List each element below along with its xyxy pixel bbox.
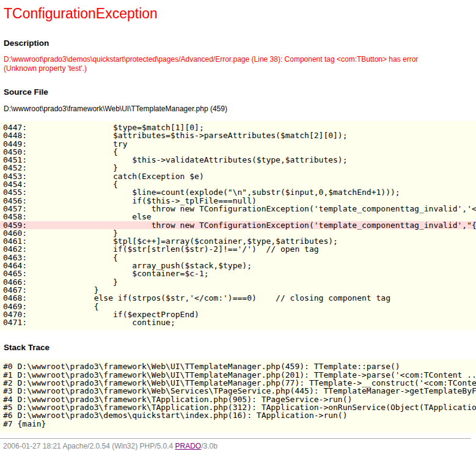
code-line: 0463: { <box>0 254 476 262</box>
stack-frame: #3 D:\wwwroot\prado3\framework\Web\Servi… <box>0 387 476 395</box>
stack-frame: #2 D:\wwwroot\prado3\framework\Web\UI\TT… <box>0 379 476 387</box>
footer-divider <box>0 438 471 439</box>
code-line: 0467: } <box>0 286 476 294</box>
page-title: TConfigurationException <box>4 6 476 21</box>
stack-trace-block: #0 D:\wwwroot\prado3\framework\Web\UI\TT… <box>0 359 476 433</box>
code-line: 0470: if($expectPropEnd) <box>0 310 476 318</box>
source-file-path: D:\wwwroot\prado3\framework\Web\UI\TTemp… <box>4 105 476 114</box>
description-heading: Description <box>4 38 476 48</box>
code-line: 0465: $container=$c-1; <box>0 270 476 277</box>
footer-version: /3.0b <box>201 442 218 450</box>
code-line: 0466: } <box>0 278 476 286</box>
code-line: 0448: $attributes=$this->parseAttributes… <box>0 131 476 139</box>
code-line: 0457: throw new TConfigurationException(… <box>0 205 476 213</box>
stack-frame: #6 D:\wwwroot\prado3\demos\quickstart\in… <box>0 411 476 419</box>
code-line: 0468: else if(strpos($str,'</com:')===0)… <box>0 294 476 302</box>
code-line: 0462: if($str[strlen($str)-2]!=='/') // … <box>0 245 476 253</box>
stack-frame: #5 D:\wwwroot\prado3\framework\TApplicat… <box>0 403 476 411</box>
code-line: 0461: $tpl[$c++]=array($container,$type,… <box>0 237 476 245</box>
stack-frame: #7 {main} <box>0 420 476 428</box>
code-line: 0450: { <box>0 148 476 156</box>
footer: 2006-01-27 18:21 Apache/2.0.54 (Win32) P… <box>3 442 476 450</box>
code-line: 0460: } <box>0 229 476 237</box>
stack-frame: #0 D:\wwwroot\prado3\framework\Web\UI\TT… <box>0 362 476 370</box>
stack-frame: #1 D:\wwwroot\prado3\framework\Web\UI\TT… <box>0 371 476 379</box>
description-text: D:\wwwroot\prado3\demos\quickstart\prote… <box>4 55 419 73</box>
code-line: 0471: continue; <box>0 318 476 326</box>
source-code-block: 0447: $type=$match[1][0];0448: $attribut… <box>0 121 476 330</box>
stack-frame: #4 D:\wwwroot\prado3\framework\TApplicat… <box>0 395 476 403</box>
code-line: 0453: catch(Exception $e) <box>0 172 476 180</box>
code-line: 0452: } <box>0 164 476 172</box>
code-line: 0459: throw new TConfigurationException(… <box>0 221 476 229</box>
prado-link[interactable]: PRADO <box>175 442 202 450</box>
code-line: 0458: else <box>0 213 476 221</box>
footer-info: 2006-01-27 18:21 Apache/2.0.54 (Win32) P… <box>3 442 175 450</box>
code-line: 0469: { <box>0 302 476 310</box>
code-line: 0455: $line=count(explode("\n",substr($i… <box>0 188 476 196</box>
code-line: 0456: if($this->_tplFile===null) <box>0 197 476 205</box>
source-file-heading: Source File <box>4 87 476 97</box>
code-line: 0447: $type=$match[1][0]; <box>0 123 476 131</box>
stack-trace-heading: Stack Trace <box>4 342 476 353</box>
code-line: 0451: $this->validateAttributes($type,$a… <box>0 156 476 164</box>
code-line: 0464: array_push($stack,$type); <box>0 262 476 270</box>
code-line: 0454: { <box>0 180 476 188</box>
code-line: 0449: try <box>0 140 476 148</box>
